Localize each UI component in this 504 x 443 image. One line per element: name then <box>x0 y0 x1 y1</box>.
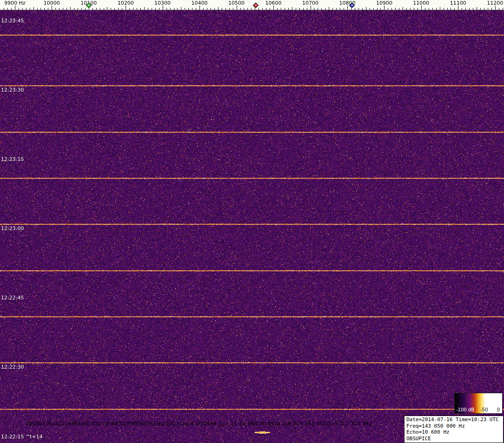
ruler-tick <box>292 7 292 10</box>
ruler-tick <box>307 8 307 10</box>
ruler-tick <box>458 6 458 10</box>
detection-status-line: 20140716102214864 hCnt22 nb-84 f10598 hi… <box>26 421 372 427</box>
time-label: 12:23:30 <box>1 87 24 93</box>
ruler-tick <box>225 8 226 10</box>
ruler-tick <box>380 8 381 10</box>
ruler-tick <box>285 8 285 10</box>
ruler-tick <box>403 7 403 10</box>
ruler-tick <box>247 8 248 10</box>
ruler-tick <box>111 8 111 10</box>
ruler-tick <box>126 6 126 10</box>
ruler-tick <box>144 7 145 10</box>
ruler-tick <box>303 8 304 10</box>
ruler-tick <box>347 6 348 10</box>
frequency-ruler[interactable]: 9900 Hz100001010010200103001040010500106… <box>0 0 504 10</box>
ruler-label: 10500 <box>228 0 245 6</box>
spectrogram-canvas[interactable] <box>0 10 504 443</box>
ruler-tick <box>418 8 418 10</box>
ruler-tick <box>355 8 355 10</box>
ruler-tick <box>181 7 181 10</box>
ruler-tick <box>114 8 115 10</box>
ruler-label: 10000 <box>44 0 60 6</box>
ruler-tick <box>399 8 399 10</box>
ruler-tick <box>244 8 244 10</box>
ruler-tick <box>96 8 97 10</box>
ruler-tick <box>163 6 163 10</box>
time-label: 12:22:30 <box>1 364 24 370</box>
ruler-label: 10300 <box>154 0 171 6</box>
ruler-tick <box>377 8 378 10</box>
ruler-tick <box>370 8 370 10</box>
ruler-tick <box>473 8 473 10</box>
time-label: 12:23:00 <box>1 225 24 231</box>
ruler-tick <box>395 8 396 10</box>
info-station-name: OBSUPICE <box>406 436 501 442</box>
ruler-tick <box>340 8 340 10</box>
ruler-tick <box>44 8 45 10</box>
ruler-tick <box>410 8 411 10</box>
ruler-tick <box>229 8 230 10</box>
ruler-tick <box>222 8 222 10</box>
spectrogram-app: 9900 Hz100001010010200103001040010500106… <box>0 0 504 443</box>
ruler-label: 10200 <box>118 0 134 6</box>
ruler-tick <box>273 6 274 10</box>
ruler-tick <box>299 8 300 10</box>
ruler-tick <box>266 8 266 10</box>
ruler-tick <box>480 8 481 10</box>
ruler-tick <box>344 8 344 10</box>
ruler-tick <box>414 8 414 10</box>
ruler-tick <box>218 7 219 10</box>
ruler-tick <box>491 8 492 10</box>
marker-red-diamond-icon[interactable] <box>253 2 259 8</box>
ruler-tick <box>22 8 23 10</box>
ruler-tick <box>432 8 433 10</box>
ruler-tick <box>214 8 215 10</box>
ruler-tick <box>259 8 259 10</box>
ruler-tick <box>166 8 167 10</box>
ruler-tick <box>391 8 392 10</box>
ruler-tick <box>311 6 311 10</box>
ruler-tick <box>33 7 34 10</box>
ruler-tick <box>362 8 363 10</box>
ruler-tick <box>499 8 499 10</box>
info-echo-frequency: Echo=10 600 Hz <box>406 429 501 436</box>
info-date-time: Date=2014-07-16 Time=10:23 UTC <box>406 417 501 423</box>
ruler-tick <box>314 8 314 10</box>
ruler-tick <box>203 8 204 10</box>
time-label: 12:22:45 <box>1 295 24 301</box>
ruler-tick <box>188 8 189 10</box>
legend-label-max: 0 <box>497 407 500 413</box>
ruler-tick <box>454 8 455 10</box>
ruler-tick <box>30 8 30 10</box>
ruler-tick <box>74 8 74 10</box>
ruler-label: 9900 Hz <box>4 0 26 6</box>
ruler-tick <box>152 8 152 10</box>
ruler-tick <box>288 8 289 10</box>
ruler-tick <box>469 8 470 10</box>
ruler-tick <box>406 8 407 10</box>
intensity-legend: -100 dB -50 0 <box>454 393 503 414</box>
ruler-tick <box>148 8 148 10</box>
ruler-tick <box>140 8 141 10</box>
ruler-tick <box>211 8 211 10</box>
ruler-tick <box>70 7 71 10</box>
time-label: 12:23:45 <box>1 18 24 24</box>
ruler-tick <box>7 8 8 10</box>
ruler-tick <box>11 8 12 10</box>
ruler-tick <box>436 8 437 10</box>
ruler-tick <box>118 8 119 10</box>
ruler-tick <box>59 8 60 10</box>
ruler-tick <box>207 8 207 10</box>
ruler-tick <box>40 8 41 10</box>
ruler-tick <box>78 8 78 10</box>
ruler-label: 11000 <box>413 0 429 6</box>
ruler-tick <box>429 8 429 10</box>
ruler-tick <box>192 8 192 10</box>
legend-label-min: -100 dB <box>456 407 474 413</box>
legend-label-mid: -50 <box>480 407 488 413</box>
ruler-tick <box>159 8 159 10</box>
ruler-tick <box>237 6 237 10</box>
ruler-tick <box>329 7 329 10</box>
ruler-tick <box>484 8 484 10</box>
ruler-tick <box>388 8 388 10</box>
